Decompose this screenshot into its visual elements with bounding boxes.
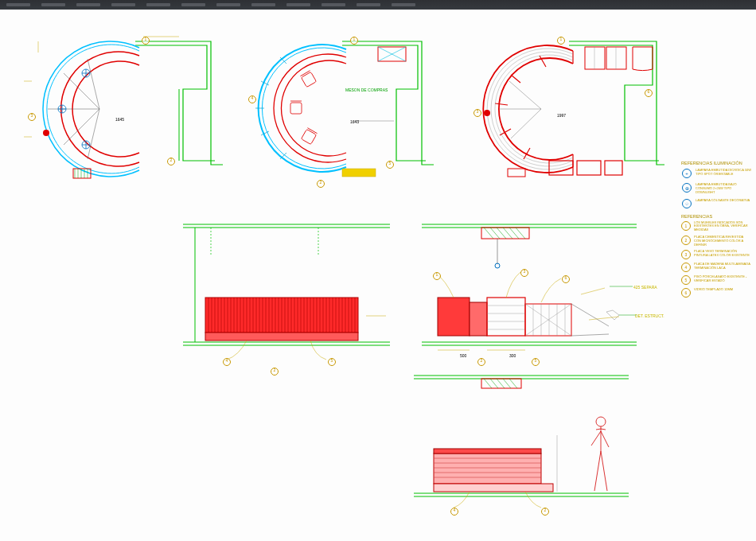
- light-symbol-icon: ○: [681, 198, 692, 209]
- room-label: MESON DE COMPRAS: [345, 88, 388, 92]
- legend-desc: LÁMPARA EMBUTIDA BAJO CONSUMO 2×26W TIPO…: [696, 182, 751, 195]
- svg-line-161: [497, 379, 505, 388]
- svg-rect-40: [342, 169, 376, 177]
- light-symbol-icon: ⊕: [681, 182, 692, 193]
- legend-note: 3PLACA YESO TERMINACIÓN PINTURA LÁTEX CO…: [681, 250, 751, 259]
- callout-marker: [473, 109, 481, 117]
- callout-marker: [167, 158, 175, 165]
- dim-text: 425 SEPARA: [633, 285, 657, 290]
- svg-rect-69: [205, 333, 358, 341]
- svg-point-21: [43, 130, 49, 136]
- callout-marker: [317, 180, 325, 188]
- callout-marker: [248, 95, 256, 103]
- svg-line-53: [509, 81, 541, 109]
- svg-rect-33: [290, 103, 302, 114]
- svg-line-146: [571, 304, 609, 326]
- light-symbol-icon: +: [681, 168, 692, 179]
- callout-marker: [562, 275, 570, 283]
- callout-marker: [532, 358, 540, 366]
- svg-line-162: [503, 379, 511, 388]
- callout-marker: [520, 269, 528, 277]
- legend-row: + LÁMPARA EMBUTIDA DICROICA 50W TIPO SPO…: [681, 168, 751, 179]
- dim-text: 1997: [557, 113, 566, 118]
- callout-marker: [645, 89, 653, 97]
- svg-line-49: [495, 103, 508, 105]
- svg-rect-158: [481, 379, 521, 388]
- callout-marker: [271, 368, 279, 376]
- dim-text: 500: [460, 353, 466, 358]
- legend-note: 6VIDRIO TEMPLADO 10MM: [681, 288, 751, 298]
- legend-block: REFERENCIAS ILUMINACIÓN + LÁMPARA EMBUTI…: [681, 161, 751, 301]
- callout-marker: [433, 272, 441, 280]
- callout-marker: [386, 161, 394, 169]
- toolbar[interactable]: [0, 0, 756, 10]
- dim-text: DET. ESTRUCT.: [635, 313, 664, 318]
- legend-row: ⊕ LÁMPARA EMBUTIDA BAJO CONSUMO 2×26W TI…: [681, 182, 751, 195]
- svg-rect-43: [606, 47, 626, 69]
- svg-line-55: [511, 109, 541, 138]
- callout-marker: [350, 37, 358, 45]
- legend-note: 4PLACA DE MADERA MULTILAMINADA TERMINACI…: [681, 263, 751, 272]
- legend-title: REFERENCIAS ILUMINACIÓN: [681, 161, 751, 165]
- svg-line-127: [509, 228, 519, 239]
- svg-line-124: [490, 228, 500, 239]
- legend-desc: LÁMPARA COLGANTE DECORATIVA: [696, 198, 751, 209]
- human-figure-icon: [591, 417, 609, 491]
- svg-line-160: [490, 379, 498, 388]
- svg-rect-57: [577, 161, 601, 175]
- svg-line-159: [484, 379, 492, 388]
- callout-marker: [557, 37, 565, 45]
- legend-note: 1LOS MUEBLES INDICADOS SON EXISTENTES EN…: [681, 221, 751, 232]
- callout-marker: [28, 113, 36, 121]
- svg-line-128: [516, 228, 525, 239]
- svg-rect-132: [470, 302, 487, 336]
- svg-line-123: [484, 228, 493, 239]
- svg-line-3: [64, 109, 99, 145]
- svg-line-126: [503, 228, 512, 239]
- dim-text: 1643: [350, 119, 359, 124]
- callout-marker: [450, 508, 458, 516]
- callout-marker: [142, 37, 150, 45]
- svg-rect-133: [487, 298, 525, 336]
- dim-text: 300: [509, 353, 516, 358]
- svg-rect-58: [605, 161, 622, 175]
- svg-line-48: [511, 75, 520, 83]
- dim-text: 1645: [115, 117, 124, 122]
- drawing-canvas[interactable]: MESON DE COMPRAS 1645 1643 1997 425 SEPA…: [0, 10, 756, 541]
- svg-rect-166: [434, 484, 553, 492]
- svg-line-150: [581, 288, 605, 294]
- svg-rect-131: [438, 298, 470, 336]
- legend-note: 2PLACA CEMENTICIA REVESTIDA CON MICROCEM…: [681, 235, 751, 247]
- legend-desc: LÁMPARA EMBUTIDA DICROICA 50W TIPO SPOT …: [696, 168, 751, 179]
- svg-line-163: [509, 379, 517, 388]
- callout-marker: [541, 508, 549, 516]
- svg-rect-42: [585, 47, 605, 69]
- svg-point-60: [484, 110, 490, 116]
- svg-rect-165: [434, 449, 541, 453]
- callout-marker: [477, 358, 485, 366]
- legend-title: REFERENCIAS: [681, 214, 751, 219]
- svg-line-147: [571, 334, 609, 336]
- callout-marker: [328, 358, 336, 366]
- svg-rect-59: [508, 169, 525, 177]
- svg-line-125: [497, 228, 506, 239]
- callout-marker: [223, 358, 231, 366]
- legend-note: 5PISO PORCELANATO EXISTENTE - VERIFICAR …: [681, 275, 751, 285]
- legend-row: ○ LÁMPARA COLGANTE DECORATIVA: [681, 198, 751, 209]
- svg-point-173: [596, 417, 606, 426]
- svg-line-47: [540, 56, 546, 67]
- svg-line-1: [64, 73, 99, 109]
